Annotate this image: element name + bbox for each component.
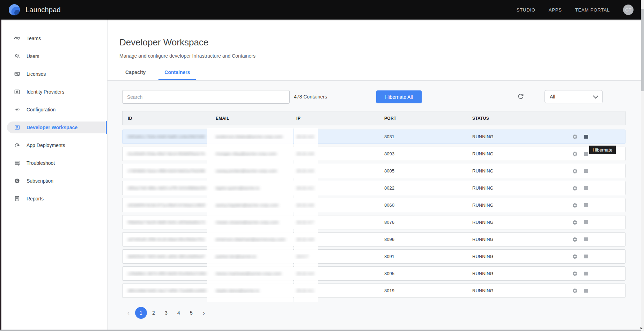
tab-bar: Capacity Containers xyxy=(119,64,196,80)
pagination-page-5[interactable]: 5 xyxy=(185,307,197,319)
sidebar-item-users[interactable]: Users xyxy=(1,50,107,62)
settings-gear-icon[interactable] xyxy=(572,288,578,294)
cell-email: emerson.blairhart@acmecorp.com xyxy=(210,237,291,242)
hibernate-stop-icon[interactable] xyxy=(584,220,588,224)
developer-workspace-icon xyxy=(14,124,20,131)
pagination-page-1[interactable]: 1 xyxy=(135,307,147,319)
settings-gear-icon[interactable] xyxy=(572,271,578,277)
hibernate-stop-icon[interactable] xyxy=(584,255,588,258)
table-row[interactable]: d93a17e6-48bc-4d02-a7f5-310c98b6e254 tay… xyxy=(122,181,626,195)
cell-status: RUNNING xyxy=(467,237,567,242)
table-row[interactable]: c7d04b92-5a1e-4f68-b3c9-8e52a70d1f46 cas… xyxy=(122,164,626,178)
cell-ip: 10.21 4.8 xyxy=(291,151,379,156)
settings-gear-icon[interactable] xyxy=(572,185,578,191)
cell-email: rowan.sloane@acme-corp.com xyxy=(210,220,291,225)
tab-capacity[interactable]: Capacity xyxy=(119,64,151,80)
cell-port: 8093 xyxy=(379,151,467,156)
identity-providers-icon xyxy=(14,89,20,95)
sidebar-item-label: Users xyxy=(27,53,39,59)
sidebar-item-licenses[interactable]: Licenses xyxy=(1,68,107,80)
cell-id: e52b60f4-9c3d-471a-85e0-b7d4a2c1963f xyxy=(123,203,210,208)
nav-team-portal[interactable]: TEAM PORTAL xyxy=(575,7,610,13)
sidebar-item-configuration[interactable]: Configuration xyxy=(1,104,107,116)
teams-icon xyxy=(14,35,20,42)
cell-port: 8095 xyxy=(379,271,467,276)
settings-gear-icon[interactable] xyxy=(572,134,578,140)
cell-email: avery.hayden@acme-corp.com xyxy=(210,203,291,208)
sidebar-item-label: Developer Workspace xyxy=(27,125,77,130)
cell-email: reese.marlowe@acme-corp.com xyxy=(210,271,291,276)
cell-email: parker.len@acme.io xyxy=(210,254,291,259)
settings-gear-icon[interactable] xyxy=(572,237,578,242)
reports-icon xyxy=(14,196,20,202)
row-actions xyxy=(567,237,625,242)
table-row[interactable]: b1c83e5f-20da-49a7-8e14-f63b905a2c7e mor… xyxy=(122,147,626,161)
cell-status: RUNNING xyxy=(467,151,567,156)
sidebar-item-troubleshoot[interactable]: Troubleshoot xyxy=(1,157,107,169)
settings-gear-icon[interactable] xyxy=(572,151,578,157)
pagination-page-3[interactable]: 3 xyxy=(160,307,172,319)
sidebar-item-app-deployments[interactable]: App Deployments xyxy=(1,139,107,151)
cell-id: d93a17e6-48bc-4d02-a7f5-310c98b6e254 xyxy=(123,185,210,191)
hibernate-stop-icon[interactable] xyxy=(584,237,588,241)
vertical-scrollbar[interactable] xyxy=(641,0,644,331)
hibernate-stop-icon[interactable] xyxy=(584,289,588,293)
refresh-icon[interactable] xyxy=(517,93,525,100)
sidebar-item-reports[interactable]: Reports xyxy=(1,193,107,205)
row-actions xyxy=(567,254,625,259)
column-header-email: EMAIL xyxy=(210,116,291,121)
settings-gear-icon[interactable] xyxy=(572,168,578,174)
tab-containers[interactable]: Containers xyxy=(158,64,196,80)
nav-studio[interactable]: STUDIO xyxy=(517,7,535,13)
launchpad-logo-icon xyxy=(8,4,20,16)
table-row[interactable]: 64f2a9c1-7b3e-44d0-9a65-1c8e2f4b7d30 and… xyxy=(122,130,626,144)
app-deployments-icon xyxy=(14,142,20,148)
hibernate-all-button[interactable]: Hibernate All xyxy=(376,90,422,103)
hibernate-stop-icon[interactable] xyxy=(584,152,588,156)
pagination-next-icon[interactable]: › xyxy=(198,307,210,319)
cell-id: b1c83e5f-20da-49a7-8e14-f63b905a2c7e xyxy=(123,151,210,156)
cell-email: casey.jordan@acme-corp.com xyxy=(210,168,291,174)
configuration-icon xyxy=(14,106,20,113)
settings-gear-icon[interactable] xyxy=(572,254,578,259)
row-actions xyxy=(567,203,625,208)
sidebar-item-label: App Deployments xyxy=(27,142,65,148)
pagination-prev-icon[interactable]: ‹ xyxy=(123,307,134,319)
pagination-page-4[interactable]: 4 xyxy=(173,307,185,319)
users-icon xyxy=(14,53,20,59)
scrollbar-thumb[interactable] xyxy=(641,9,644,91)
column-header-status: STATUS xyxy=(467,116,567,121)
sidebar-item-developer-workspace[interactable]: Developer Workspace xyxy=(7,122,107,133)
table-row[interactable]: f08d43a7-6e29-4b85-9c61-d0f3e8a5b172 row… xyxy=(122,215,626,229)
hibernate-stop-icon[interactable] xyxy=(584,169,588,173)
hibernate-stop-icon[interactable] xyxy=(584,135,588,139)
hibernate-stop-icon[interactable] xyxy=(584,203,588,207)
brand[interactable]: Launchpad xyxy=(8,4,61,16)
pagination-page-2[interactable]: 2 xyxy=(148,307,160,319)
filter-dropdown[interactable]: All xyxy=(545,90,603,103)
avatar[interactable]: GT xyxy=(623,5,634,15)
cell-port: 8031 xyxy=(379,134,467,139)
sidebar-item-label: Troubleshoot xyxy=(27,160,55,166)
table-row[interactable]: b84f25c9-7d03-4e61-a92b-38f1c6d50e47 par… xyxy=(122,249,626,264)
table-row[interactable]: a37e91d0-2f56-4c18-b8a4-65c09d3e7f21 eme… xyxy=(122,232,626,247)
settings-gear-icon[interactable] xyxy=(572,220,578,225)
cell-status: RUNNING xyxy=(467,203,567,208)
hibernate-stop-icon[interactable] xyxy=(584,186,588,190)
cell-id: f08d43a7-6e29-4b85-9c61-d0f3e8a5b172 xyxy=(123,220,210,225)
sidebar-item-subscription[interactable]: Subscription xyxy=(1,175,107,187)
sidebar-item-teams[interactable]: Teams xyxy=(1,32,107,44)
horizontal-scrollbar[interactable] xyxy=(0,330,644,331)
table-row[interactable]: d60c34b8-5e92-4a17-bf08-72a4d9c1e583 sky… xyxy=(122,284,626,298)
hibernate-stop-icon[interactable] xyxy=(584,272,588,275)
table-row[interactable]: c29a68e1-3b74-4f50-8d26-91e5b0a7c364 ree… xyxy=(122,266,626,281)
sidebar-item-identity-providers[interactable]: Identity Providers xyxy=(1,86,107,98)
search-input[interactable] xyxy=(122,90,290,104)
hibernate-tooltip: Hibernate xyxy=(589,146,616,154)
cell-email: anderson.blake@acme-corp.com xyxy=(210,134,291,139)
nav-apps[interactable]: APPS xyxy=(549,7,562,13)
table-row[interactable]: e52b60f4-9c3d-471a-85e0-b7d4a2c1963f ave… xyxy=(122,198,626,212)
cell-ip: 10.21 4.4 xyxy=(291,271,379,276)
settings-gear-icon[interactable] xyxy=(572,203,578,208)
column-header-ip: IP xyxy=(291,116,379,121)
